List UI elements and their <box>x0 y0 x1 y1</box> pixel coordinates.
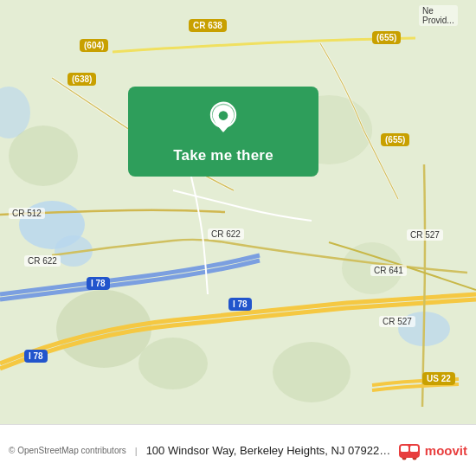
svg-rect-15 <box>401 446 408 452</box>
svg-point-8 <box>342 242 402 294</box>
map-container: CR 638 (604) (638) (655) (655) CR 512 CR… <box>0 0 476 424</box>
moovit-bus-icon <box>397 439 421 463</box>
address-text: 100 Windsor Way, Berkeley Heights, NJ 07… <box>146 444 392 457</box>
osm-credit: © OpenStreetMap contributors <box>9 446 126 455</box>
svg-rect-19 <box>402 455 416 458</box>
moovit-label: moovit <box>425 443 467 458</box>
svg-point-7 <box>273 342 351 402</box>
separator: | <box>135 446 138 456</box>
svg-point-13 <box>219 111 228 120</box>
moovit-logo: moovit <box>397 439 467 463</box>
map-background <box>0 0 476 424</box>
svg-rect-16 <box>410 446 418 452</box>
bottom-bar: © OpenStreetMap contributors | 100 Winds… <box>0 424 476 476</box>
take-me-there-button[interactable]: Take me there <box>128 87 318 177</box>
svg-point-6 <box>138 338 208 389</box>
svg-point-9 <box>9 125 78 186</box>
location-pin-icon <box>204 100 242 138</box>
callout-label: Take me there <box>173 147 273 164</box>
